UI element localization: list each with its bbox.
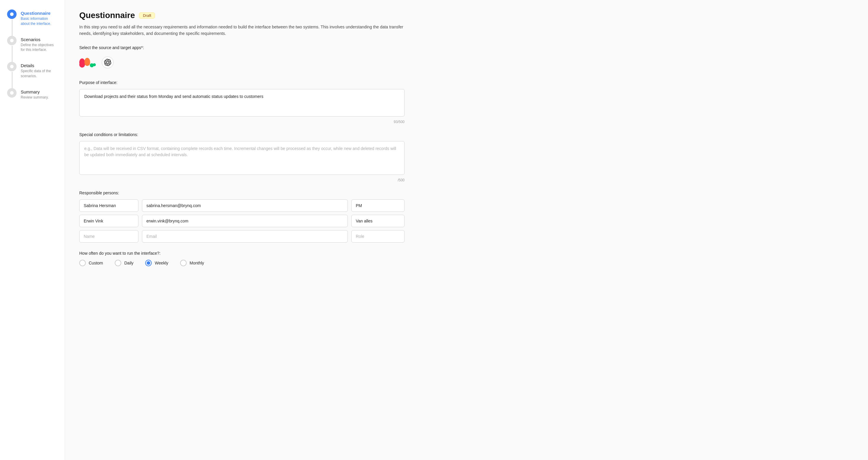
sidebar-step-scenarios[interactable]: ScenariosDefine the objectives for this … bbox=[7, 36, 58, 62]
radio-custom[interactable]: Custom bbox=[79, 260, 103, 266]
person-row bbox=[79, 215, 405, 227]
purpose-label: Purpose of interface: bbox=[79, 80, 854, 85]
persons-label: Responsible persons: bbox=[79, 190, 854, 195]
frequency-label: How often do you want to run the interfa… bbox=[79, 251, 854, 255]
person-email-input[interactable] bbox=[142, 230, 348, 243]
conditions-char-count: /500 bbox=[79, 178, 405, 182]
persons-grid bbox=[79, 200, 405, 243]
radio-weekly[interactable]: Weekly bbox=[145, 260, 168, 266]
connector-dot bbox=[93, 63, 96, 66]
persons-section: Responsible persons: bbox=[79, 190, 854, 243]
monday-app-icon[interactable] bbox=[79, 54, 96, 71]
conditions-label: Special conditions or limitations: bbox=[79, 132, 854, 137]
sidebar-step-questionnaire[interactable]: QuestionnaireBasic information about the… bbox=[7, 9, 58, 36]
openai-icon-circle bbox=[102, 57, 114, 68]
person-name-input[interactable] bbox=[79, 200, 138, 212]
page-title: Questionnaire bbox=[79, 11, 135, 20]
source-target-label: Select the source and target apps*: bbox=[79, 45, 854, 50]
purpose-textarea[interactable] bbox=[79, 89, 405, 117]
page-description: In this step you need to add all the nec… bbox=[79, 24, 405, 37]
main-content: Questionnaire Draft In this step you nee… bbox=[65, 0, 868, 460]
radio-circle-daily bbox=[115, 260, 121, 266]
radio-label-custom: Custom bbox=[89, 260, 103, 265]
svg-point-3 bbox=[79, 58, 85, 66]
purpose-section: Purpose of interface: 93/500 bbox=[79, 80, 854, 124]
draft-badge: Draft bbox=[139, 12, 155, 19]
sidebar: QuestionnaireBasic information about the… bbox=[0, 0, 65, 460]
person-email-input[interactable] bbox=[142, 200, 348, 212]
page-header: Questionnaire Draft bbox=[79, 11, 854, 20]
person-row bbox=[79, 200, 405, 212]
conditions-textarea-container bbox=[79, 141, 854, 176]
openai-app-icon[interactable] bbox=[99, 54, 116, 71]
radio-circle-custom bbox=[79, 260, 86, 266]
conditions-section: Special conditions or limitations: /500 bbox=[79, 132, 854, 182]
person-role-input[interactable] bbox=[351, 215, 405, 227]
svg-point-4 bbox=[84, 58, 90, 66]
step-dot-details bbox=[7, 62, 17, 71]
step-desc-scenarios: Define the objectives for this interface… bbox=[21, 42, 58, 53]
person-role-input[interactable] bbox=[351, 230, 405, 243]
purpose-char-count: 93/500 bbox=[79, 120, 405, 124]
radio-circle-monthly bbox=[180, 260, 187, 266]
conditions-textarea[interactable] bbox=[79, 141, 405, 175]
radio-monthly[interactable]: Monthly bbox=[180, 260, 204, 266]
step-desc-details: Specific data of the scenarios. bbox=[21, 69, 58, 79]
source-target-section: Select the source and target apps*: bbox=[79, 45, 854, 71]
step-dot-questionnaire bbox=[7, 9, 17, 19]
radio-label-weekly: Weekly bbox=[155, 260, 168, 265]
step-dot-scenarios bbox=[7, 36, 17, 45]
step-title-details: Details bbox=[21, 63, 58, 68]
step-title-questionnaire: Questionnaire bbox=[21, 11, 58, 16]
step-dot-summary bbox=[7, 88, 17, 98]
app-icons-row bbox=[79, 54, 854, 71]
frequency-radio-group: CustomDailyWeeklyMonthly bbox=[79, 260, 854, 266]
radio-circle-weekly bbox=[145, 260, 152, 266]
sidebar-step-summary[interactable]: SummaryReview summary. bbox=[7, 88, 58, 100]
radio-label-daily: Daily bbox=[124, 260, 133, 265]
frequency-section: How often do you want to run the interfa… bbox=[79, 251, 854, 266]
radio-daily[interactable]: Daily bbox=[115, 260, 133, 266]
sidebar-step-details[interactable]: DetailsSpecific data of the scenarios. bbox=[7, 62, 58, 88]
openai-svg bbox=[104, 59, 111, 66]
person-name-input[interactable] bbox=[79, 215, 138, 227]
step-title-summary: Summary bbox=[21, 89, 49, 94]
step-desc-questionnaire: Basic information about the interface. bbox=[21, 16, 58, 26]
radio-label-monthly: Monthly bbox=[190, 260, 204, 265]
person-name-input[interactable] bbox=[79, 230, 138, 243]
person-role-input[interactable] bbox=[351, 200, 405, 212]
step-title-scenarios: Scenarios bbox=[21, 37, 58, 42]
purpose-textarea-container bbox=[79, 89, 854, 117]
step-desc-summary: Review summary. bbox=[21, 95, 49, 100]
person-email-input[interactable] bbox=[142, 215, 348, 227]
person-row bbox=[79, 230, 405, 243]
monday-svg bbox=[79, 57, 96, 68]
